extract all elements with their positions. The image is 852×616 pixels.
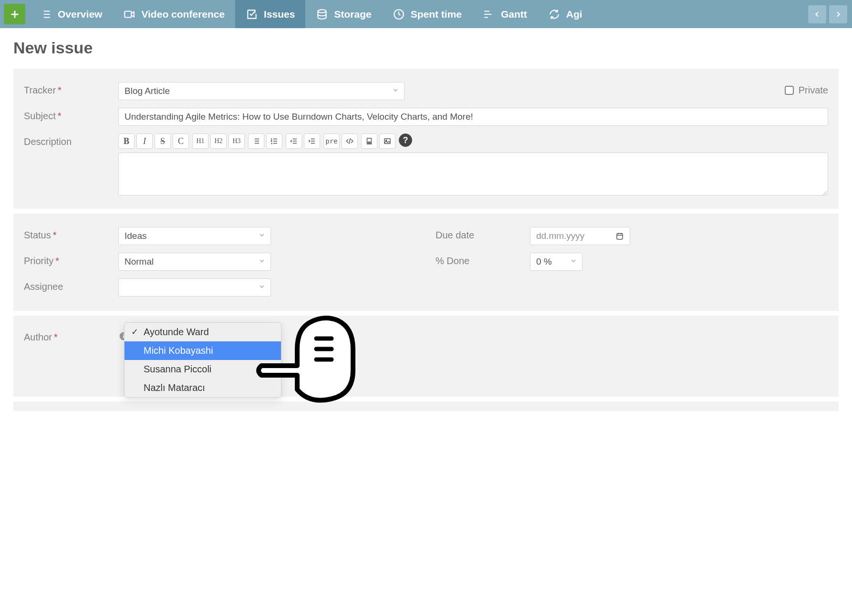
due-date-label: Due date <box>436 227 530 241</box>
nav-storage[interactable]: Storage <box>305 0 382 28</box>
refresh-icon <box>548 8 561 21</box>
subject-label: Subject* <box>24 108 118 122</box>
list-icon <box>40 8 52 21</box>
toolbar-ul[interactable] <box>248 133 264 149</box>
subject-input[interactable]: Understanding Agile Metrics: How to Use … <box>118 108 828 126</box>
toolbar-strike[interactable]: S <box>155 133 171 149</box>
panel-author: Author* Ayotunde Ward Michi Kobayashi Su… <box>13 316 839 397</box>
editor-toolbar: B I S C H1 H2 H3 <box>118 133 828 149</box>
database-icon <box>316 8 328 21</box>
toolbar-image[interactable] <box>379 133 395 149</box>
percent-done-label: % Done <box>436 253 530 267</box>
private-checkbox[interactable] <box>785 86 794 95</box>
due-date-placeholder: dd.mm.yyyy <box>536 231 584 241</box>
indent-icon <box>308 137 316 145</box>
nav-label: Gantt <box>501 9 527 20</box>
chevron-down-icon <box>392 86 399 96</box>
nav-label: Overview <box>58 9 102 20</box>
author-option-label: Nazlı Mataracı <box>144 382 205 393</box>
nav-gantt[interactable]: Gantt <box>472 0 538 28</box>
nav-label: Spent time <box>411 9 462 20</box>
toolbar-inline-code[interactable]: C <box>173 133 189 149</box>
priority-label: Priority* <box>24 253 118 267</box>
toolbar-bold[interactable]: B <box>118 133 135 149</box>
chevron-down-icon <box>258 231 266 241</box>
status-label: Status* <box>24 227 118 241</box>
link-icon <box>365 137 374 145</box>
toolbar-h1[interactable]: H1 <box>192 133 208 149</box>
nav-issues[interactable]: Issues <box>235 0 305 28</box>
toolbar-h3[interactable]: H3 <box>229 133 245 149</box>
calendar-icon <box>615 232 624 240</box>
author-label: Author* <box>24 329 118 343</box>
nav-label: Issues <box>264 9 295 20</box>
toolbar-outdent[interactable] <box>286 133 302 149</box>
tracker-label: Tracker* <box>24 82 118 96</box>
nav-label: Video conference <box>141 9 225 20</box>
pointing-hand-icon <box>252 301 362 406</box>
panel-details: Status* Ideas Priority* Normal Assignee <box>13 214 839 311</box>
nav-scroll-left[interactable] <box>808 5 826 23</box>
nav-spent-time[interactable]: Spent time <box>382 0 472 28</box>
nav-agile[interactable]: Agi <box>538 0 593 28</box>
chevron-down-icon <box>258 282 266 293</box>
nav-scroll-controls <box>808 0 852 28</box>
toolbar-italic[interactable]: I <box>136 133 153 149</box>
panel-main-fields: Tracker* Blog Article Private Subject* U… <box>13 69 839 209</box>
tracker-select[interactable]: Blog Article <box>118 82 405 100</box>
plus-icon <box>10 9 20 20</box>
svg-point-1 <box>318 10 326 13</box>
nav-overview[interactable]: Overview <box>29 0 113 28</box>
chevron-right-icon <box>834 10 842 18</box>
toolbar-ol[interactable] <box>266 133 282 149</box>
toolbar-indent[interactable] <box>304 133 320 149</box>
toolbar-help[interactable]: ? <box>399 133 412 147</box>
percent-done-value: 0 % <box>536 257 552 267</box>
author-option-label: Susanna Piccoli <box>144 364 211 374</box>
svg-rect-7 <box>617 234 623 239</box>
nav-scroll-right[interactable] <box>829 5 847 23</box>
gantt-icon <box>483 8 495 21</box>
status-select[interactable]: Ideas <box>118 227 271 245</box>
add-button[interactable] <box>4 4 25 24</box>
panel-next <box>13 401 839 411</box>
description-textarea[interactable] <box>118 153 828 195</box>
nav-label: Agi <box>566 9 582 20</box>
priority-value: Normal <box>125 257 154 267</box>
description-label: Description <box>24 133 118 147</box>
page-title: New issue <box>13 39 839 57</box>
toolbar-pre[interactable]: pre <box>323 133 340 149</box>
subject-value: Understanding Agile Metrics: How to Use … <box>125 112 473 122</box>
author-option-label: Ayotunde Ward <box>144 327 209 337</box>
svg-rect-0 <box>125 11 132 17</box>
author-option-label: Michi Kobayashi <box>144 345 213 356</box>
chevron-down-icon <box>570 257 577 267</box>
toolbar-code-block[interactable] <box>342 133 358 149</box>
nav-video-conference[interactable]: Video conference <box>113 0 235 28</box>
chevron-down-icon <box>258 257 266 267</box>
status-value: Ideas <box>125 231 146 241</box>
tracker-value: Blog Article <box>125 86 170 96</box>
svg-rect-5 <box>384 139 390 144</box>
nav-label: Storage <box>334 9 371 20</box>
image-icon <box>383 137 392 145</box>
priority-select[interactable]: Normal <box>118 253 271 271</box>
clock-icon <box>393 8 405 21</box>
svg-point-4 <box>369 142 371 144</box>
toolbar-h2[interactable]: H2 <box>210 133 227 149</box>
video-icon <box>123 8 135 21</box>
chevron-left-icon <box>813 10 821 18</box>
list-ol-icon <box>270 137 279 145</box>
percent-done-select[interactable]: 0 % <box>530 253 582 271</box>
due-date-input[interactable]: dd.mm.yyyy <box>530 227 630 245</box>
outdent-icon <box>290 137 298 145</box>
toolbar-link[interactable] <box>361 133 377 149</box>
code-icon <box>345 137 354 145</box>
assignee-label: Assignee <box>24 278 118 292</box>
assignee-select[interactable] <box>118 278 271 297</box>
top-nav: Overview Video conference Issues Storage… <box>0 0 852 28</box>
checkbox-icon <box>246 8 258 21</box>
list-ul-icon <box>252 137 260 145</box>
private-label: Private <box>799 85 828 96</box>
resize-grip-icon[interactable] <box>821 189 827 195</box>
